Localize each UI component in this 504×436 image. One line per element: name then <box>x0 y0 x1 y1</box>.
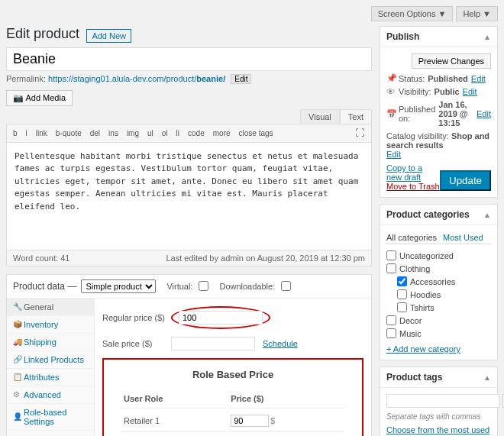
tab-icon: ⚙ <box>13 390 21 399</box>
add-media-button[interactable]: 📷 Add Media <box>6 90 73 106</box>
update-button[interactable]: Update <box>440 170 491 191</box>
category-item: Uncategorized <box>386 249 491 262</box>
downloadable-checkbox[interactable] <box>281 281 291 291</box>
regular-price-label: Regular price ($) <box>102 313 171 322</box>
tab-icon: 📦 <box>13 320 21 328</box>
editor-btn-ul[interactable]: ul <box>144 127 157 140</box>
pdata-tab-catalog-mode[interactable]: 👁Catalog Mode <box>7 431 94 436</box>
product-title-input[interactable] <box>6 47 372 71</box>
pdata-tab-role-based-settings[interactable]: 👤Role-based Settings <box>7 404 94 431</box>
editor-btn-b-quote[interactable]: b-quote <box>52 127 86 140</box>
category-label: Clothing <box>399 264 430 273</box>
category-checkbox[interactable] <box>386 263 396 273</box>
permalink-edit-button[interactable]: Edit <box>231 74 251 84</box>
last-edited: Last edited by admin on August 20, 2019 … <box>166 254 365 263</box>
downloadable-label: Downloadable: <box>219 282 275 291</box>
move-trash-link[interactable]: Move to Trash <box>386 182 440 191</box>
pdata-tab-inventory[interactable]: 📦Inventory <box>7 316 94 334</box>
category-item: Clothing <box>386 262 491 275</box>
editor-btn-close tags[interactable]: close tags <box>235 127 277 140</box>
visibility-edit-link[interactable]: Edit <box>463 87 477 96</box>
user-role-header: User Role <box>121 389 226 409</box>
choose-tags-link[interactable]: Choose from the most used tags <box>386 425 489 436</box>
pdata-tab-attributes[interactable]: 📋Attributes <box>7 369 94 386</box>
camera-icon: 📷 <box>13 93 24 102</box>
schedule-link[interactable]: Schedule <box>263 339 298 348</box>
tag-hint: Separate tags with commas <box>386 412 491 421</box>
editor-btn-code[interactable]: code <box>184 127 208 140</box>
all-categories-tab[interactable]: All categories <box>386 231 437 244</box>
permalink-link[interactable]: https://staging01.alula-dev.com/product/… <box>48 74 225 83</box>
category-checkbox[interactable] <box>386 250 396 260</box>
screen-options-button[interactable]: Screen Options ▼ <box>371 6 454 21</box>
category-checkbox[interactable] <box>386 328 396 338</box>
pdata-tab-general[interactable]: 🔧General <box>7 299 94 316</box>
category-checkbox[interactable] <box>397 289 407 299</box>
category-item: Decor <box>386 314 491 327</box>
product-type-select[interactable]: Simple product <box>81 279 156 293</box>
category-label: Tshirts <box>410 303 435 312</box>
editor-textarea[interactable]: Pellentesque habitant morbi tristique se… <box>7 143 371 250</box>
preview-changes-button[interactable]: Preview Changes <box>412 53 491 69</box>
category-label: Uncategorized <box>399 251 454 260</box>
editor-btn-img[interactable]: img <box>123 127 143 140</box>
catalog-edit-link[interactable]: Edit <box>386 150 401 159</box>
role-price-input[interactable] <box>231 415 269 427</box>
category-checkbox[interactable] <box>397 302 407 312</box>
help-button[interactable]: Help ▼ <box>456 6 498 21</box>
table-row: Retailer 1$ <box>121 410 345 432</box>
tag-input[interactable] <box>386 394 499 408</box>
editor-btn-del[interactable]: del <box>86 127 104 140</box>
sale-price-label: Sale price ($) <box>102 339 171 348</box>
category-item: Tshirts <box>386 301 491 314</box>
tab-icon: 🔧 <box>13 302 21 311</box>
product-data-label: Product data — <box>13 281 76 292</box>
editor-btn-i[interactable]: i <box>22 127 31 140</box>
toggle-icon[interactable]: ▲ <box>483 211 491 219</box>
tab-icon: 🔗 <box>13 355 21 363</box>
category-label: Decor <box>399 316 422 325</box>
most-used-tab[interactable]: Most Used <box>443 231 483 244</box>
calendar-icon: 📅 <box>386 109 396 119</box>
page-title: Edit product <box>6 26 79 42</box>
pdata-tab-shipping[interactable]: 🚚Shipping <box>7 334 94 351</box>
editor-btn-link[interactable]: link <box>32 127 51 140</box>
visual-tab[interactable]: Visual <box>300 109 340 124</box>
category-label: Music <box>399 329 422 338</box>
date-edit-link[interactable]: Edit <box>477 109 491 118</box>
editor-btn-ins[interactable]: ins <box>105 127 122 140</box>
permalink-row: Permalink: https://staging01.alula-dev.c… <box>6 74 372 84</box>
publish-title: Publish <box>386 31 419 42</box>
tags-title: Product tags <box>386 372 442 383</box>
editor-btn-ol[interactable]: ol <box>158 127 172 140</box>
pdata-tab-advanced[interactable]: ⚙Advanced <box>7 386 94 404</box>
category-checkbox[interactable] <box>386 315 396 325</box>
role-name: Retailer 1 <box>121 410 226 432</box>
category-item: Hoodies <box>386 288 491 301</box>
editor-btn-b[interactable]: b <box>9 127 21 140</box>
category-label: Accessories <box>410 277 455 286</box>
regular-price-input[interactable] <box>179 311 263 325</box>
virtual-label: Virtual: <box>166 282 192 291</box>
add-new-button[interactable]: Add New <box>86 29 131 43</box>
eye-icon: 👁 <box>386 87 396 96</box>
text-tab[interactable]: Text <box>340 109 372 124</box>
toggle-icon[interactable]: ▲ <box>483 373 491 382</box>
word-count: Word count: 41 <box>13 254 69 263</box>
sale-price-input[interactable] <box>171 337 255 350</box>
add-category-link[interactable]: + Add new category <box>386 344 460 354</box>
tab-icon: 📋 <box>13 373 21 381</box>
tab-icon: 🚚 <box>13 337 21 346</box>
categories-title: Product categories <box>386 209 470 220</box>
expand-icon[interactable]: ⛶ <box>351 125 368 140</box>
editor-btn-more[interactable]: more <box>209 127 234 140</box>
category-label: Hoodies <box>410 290 441 299</box>
category-checkbox[interactable] <box>397 276 407 286</box>
pdata-tab-linked-products[interactable]: 🔗Linked Products <box>7 351 94 369</box>
editor-btn-li[interactable]: li <box>173 127 183 140</box>
virtual-checkbox[interactable] <box>199 281 208 291</box>
toggle-icon[interactable]: ▲ <box>483 33 491 41</box>
status-edit-link[interactable]: Edit <box>471 74 486 83</box>
content-editor: bilinkb-quotedelinsimgulollicodemoreclos… <box>6 124 372 266</box>
copy-draft-link[interactable]: Copy to a new draft <box>386 163 440 182</box>
